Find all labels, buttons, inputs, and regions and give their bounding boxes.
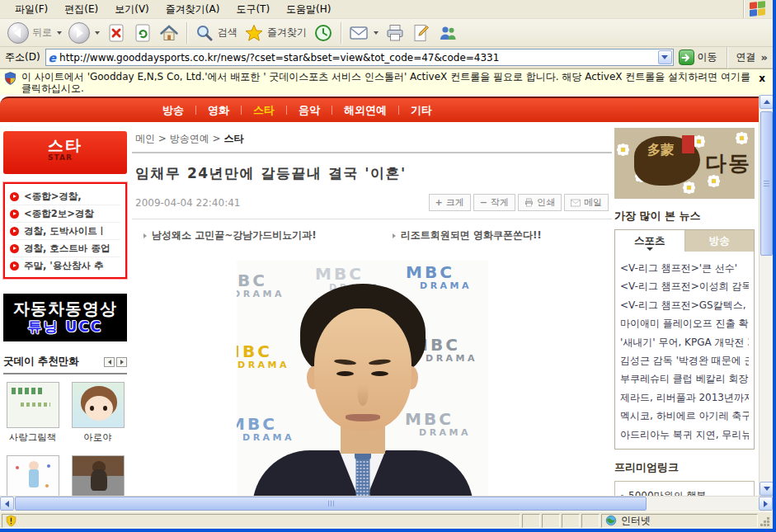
sidebar-news-item[interactable]: 주말, '용산참사 추	[10, 257, 120, 275]
breadcrumb-home[interactable]: 메인	[135, 133, 155, 144]
tab-sports-active[interactable]: 스포츠	[615, 230, 685, 252]
favorites-button[interactable]: 즐겨찾기	[241, 21, 310, 45]
text-ad-links: 남성왜소 고민끝~강남가드비뇨기과! 리조트회원되면 영화쿠폰쏜다!!	[132, 219, 612, 242]
sidebar-news-item[interactable]: 경찰, 호스트바 종업	[10, 240, 120, 257]
print-mini-icon	[524, 198, 534, 207]
nav-movie[interactable]: 영화	[196, 103, 241, 118]
comics-pager	[104, 357, 127, 367]
menu-favorites[interactable]: 즐겨찾기(A)	[158, 0, 228, 19]
comics-next-button[interactable]	[116, 357, 127, 367]
sidebar-news-item[interactable]: 경찰, 도박사이트ㅣ	[10, 223, 120, 240]
activex-info-bar[interactable]: 이 사이트에서 'Goodday E,N,S Co, Ltd.'에서 배포한 '…	[0, 68, 773, 95]
photo-person-tie	[355, 457, 369, 496]
nav-music[interactable]: 음악	[287, 103, 332, 118]
links-label[interactable]: 연결	[736, 50, 756, 64]
news-list-item[interactable]: 제라드, 리버풀과 2013년까지 재	[620, 388, 749, 407]
ie-page-icon: e	[49, 52, 57, 64]
address-dropdown-button[interactable]	[658, 50, 672, 64]
sidebar-news-label: 경찰, 도박사이트ㅣ	[24, 225, 106, 238]
go-button[interactable]: 이동	[679, 49, 717, 65]
comic-thumbnail[interactable]	[72, 382, 125, 428]
edit-icon	[412, 23, 431, 43]
window-resize-grip[interactable]	[760, 514, 771, 528]
links-overflow-chevron[interactable]: »	[761, 51, 768, 64]
mail-button[interactable]	[346, 21, 382, 45]
nav-broadcast[interactable]: 방송	[151, 103, 195, 118]
news-list-item[interactable]: 아드리아누 복귀 지연, 무리뉴 감	[620, 426, 749, 444]
arrow-bullet-icon	[393, 233, 396, 238]
home-button[interactable]	[156, 21, 182, 45]
section-header-star: 스타 STAR	[3, 131, 127, 174]
comics-header: 굿데이 추천만화	[3, 355, 127, 374]
tab-broadcast[interactable]: 방송	[685, 230, 755, 252]
refresh-icon	[133, 23, 153, 43]
news-list-item[interactable]: <V-리그 챔프전>'큰 선수'	[620, 259, 749, 277]
comic-thumbnail[interactable]	[72, 455, 125, 496]
news-list-item[interactable]: 마이애미 플레이오프 진출 확정	[620, 314, 749, 332]
refresh-button[interactable]	[129, 21, 156, 45]
menu-help[interactable]: 도움말(H)	[278, 0, 339, 19]
horizontal-scrollbar[interactable]	[0, 496, 773, 511]
search-button[interactable]: 검색	[191, 21, 241, 45]
stop-button[interactable]	[103, 21, 129, 45]
horizontal-scroll-thumb[interactable]	[15, 497, 647, 511]
comics-prev-button[interactable]	[104, 357, 115, 367]
section-title: 스타	[48, 138, 127, 153]
comic-item[interactable]: 사랑그림책	[3, 382, 62, 444]
menu-view[interactable]: 보기(V)	[106, 0, 158, 19]
history-button[interactable]	[310, 21, 336, 45]
font-smaller-button[interactable]: − 작게	[473, 194, 515, 211]
mail-article-label: 메일	[584, 196, 602, 209]
print-button[interactable]	[382, 21, 408, 45]
scroll-left-button[interactable]	[0, 497, 14, 511]
nav-etc[interactable]: 기타	[399, 103, 444, 118]
scroll-up-button[interactable]	[760, 95, 774, 109]
back-button[interactable]: 뒤로	[4, 21, 65, 45]
comic-item[interactable]: 아로야	[68, 382, 127, 444]
nav-overseas[interactable]: 해외연예	[332, 103, 398, 118]
scroll-right-button[interactable]	[759, 497, 773, 511]
messenger-button[interactable]	[435, 21, 461, 45]
news-list-item[interactable]: <V-리그 챔프전>GS칼텍스, 흥	[620, 296, 749, 314]
text-ad-link[interactable]: 리조트회원되면 영화쿠폰쏜다!!	[393, 228, 542, 242]
news-list-item[interactable]: <V-리그 챔프전>이성희 감독 "	[620, 277, 749, 295]
comic-thumbnail[interactable]	[7, 382, 59, 428]
right-arrow-icon	[120, 360, 124, 365]
ucc-ad-banner[interactable]: 자동차동영상 튜닝 UCC	[3, 294, 127, 341]
menu-edit[interactable]: 편집(E)	[56, 0, 106, 19]
sidebar-news-item[interactable]: <종합>경찰,	[10, 188, 120, 205]
dadong-ad-banner[interactable]: 多蒙 다동	[614, 128, 755, 199]
mail-dropdown-icon[interactable]	[374, 31, 379, 35]
edit-button[interactable]	[408, 21, 435, 45]
breadcrumb-current[interactable]: 스타	[223, 133, 243, 144]
activex-info-text: 이 사이트에서 'Goodday E,N,S Co, Ltd.'에서 배포한 '…	[21, 71, 751, 94]
mail-article-button[interactable]: 메일	[564, 194, 609, 211]
forward-button[interactable]	[65, 21, 103, 45]
sidebar-news-item[interactable]: <종합2보>경찰	[10, 205, 120, 223]
infobar-close-button[interactable]: x	[759, 73, 765, 83]
print-article-button[interactable]: 인쇄	[518, 194, 562, 211]
premium-link-item[interactable]: 5000만원의 행복	[621, 489, 748, 496]
breadcrumb-section[interactable]: 방송연예	[170, 133, 209, 144]
forward-dropdown-icon[interactable]	[95, 31, 100, 35]
comic-item[interactable]	[68, 455, 127, 496]
browser-window: 파일(F) 편집(E) 보기(V) 즐겨찾기(A) 도구(T) 도움말(H) 뒤…	[0, 0, 776, 532]
vertical-scroll-thumb[interactable]	[760, 111, 773, 256]
nav-star-active[interactable]: 스타	[242, 103, 286, 118]
text-ad-link[interactable]: 남성왜소 고민끝~강남가드비뇨기과!	[143, 228, 317, 242]
menu-tools[interactable]: 도구(T)	[228, 0, 278, 19]
address-input[interactable]: e http://www.gooddaysports.co.kr/news/?c…	[45, 49, 674, 66]
news-list-item[interactable]: '새내기' 무어, KPGA 개막전 3R	[620, 333, 749, 351]
news-list-item[interactable]: 멕시코, 하비에르 아기레 축구대	[620, 407, 749, 425]
vertical-scrollbar[interactable]	[759, 95, 773, 496]
red-arrow-bullet-icon	[10, 210, 19, 219]
scroll-down-button[interactable]	[760, 482, 774, 496]
news-list-item[interactable]: 김성근 감독 '박경완 때문에 근심	[620, 351, 749, 370]
menu-file[interactable]: 파일(F)	[7, 0, 56, 19]
comic-item[interactable]	[3, 455, 62, 496]
font-bigger-button[interactable]: + 크게	[429, 194, 471, 211]
security-alert-shield-icon	[6, 515, 16, 527]
comic-thumbnail[interactable]	[7, 455, 59, 496]
back-dropdown-icon[interactable]	[57, 31, 62, 35]
news-list-item[interactable]: 부쿠레슈티 클럽 베칼리 회장, 불	[620, 370, 749, 388]
